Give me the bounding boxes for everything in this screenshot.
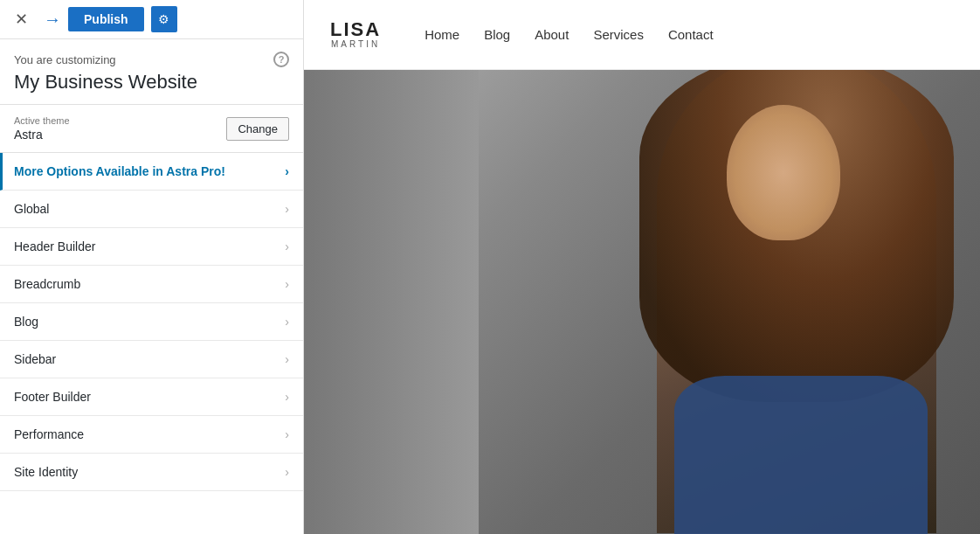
nav-link-home[interactable]: Home — [424, 27, 459, 42]
customizer-panel: ✕ → Publish ⚙ You are customizing ? My B… — [0, 0, 304, 534]
menu-item-label-footer-builder: Footer Builder — [14, 390, 91, 404]
logo-name: LISA — [330, 20, 381, 39]
menu-item-label-breadcrumb: Breadcrumb — [14, 277, 80, 291]
logo-subtitle: MARTIN — [331, 39, 380, 49]
nav-link-services[interactable]: Services — [593, 27, 644, 42]
chevron-right-icon: › — [285, 315, 289, 329]
menu-item-label-blog: Blog — [14, 315, 38, 329]
person-face — [727, 105, 840, 240]
menu-list: More Options Available in Astra Pro!›Glo… — [0, 153, 303, 534]
chevron-right-icon: › — [285, 164, 289, 178]
help-icon[interactable]: ? — [273, 52, 289, 67]
nav-link-about[interactable]: About — [535, 27, 569, 42]
nav-link-contact[interactable]: Contact — [668, 27, 714, 42]
chevron-right-icon: › — [285, 465, 289, 479]
menu-item-label-header-builder: Header Builder — [14, 239, 95, 253]
menu-item-label-global: Global — [14, 202, 49, 216]
chevron-right-icon: › — [285, 352, 289, 366]
menu-item-footer-builder[interactable]: Footer Builder› — [0, 378, 303, 416]
close-icon: ✕ — [15, 10, 28, 29]
change-theme-button[interactable]: Change — [226, 117, 289, 141]
settings-button[interactable]: ⚙ — [151, 6, 177, 32]
site-logo: LISA MARTIN — [330, 20, 381, 49]
preview-hero — [304, 70, 980, 534]
site-name: My Business Website — [14, 71, 289, 94]
menu-item-label-astra-pro: More Options Available in Astra Pro! — [14, 164, 225, 178]
chevron-right-icon: › — [285, 427, 289, 441]
menu-item-header-builder[interactable]: Header Builder› — [0, 228, 303, 266]
menu-item-performance[interactable]: Performance› — [0, 416, 303, 454]
menu-item-blog[interactable]: Blog› — [0, 303, 303, 341]
preview-nav: LISA MARTIN HomeBlogAboutServicesContact — [304, 0, 980, 70]
menu-item-site-identity[interactable]: Site Identity› — [0, 454, 303, 491]
gear-icon: ⚙ — [158, 12, 169, 26]
preview-navigation: HomeBlogAboutServicesContact — [424, 27, 713, 42]
menu-item-astra-pro[interactable]: More Options Available in Astra Pro!› — [0, 153, 303, 191]
chevron-right-icon: › — [285, 202, 289, 216]
customizing-section: You are customizing ? My Business Websit… — [0, 39, 303, 105]
close-button[interactable]: ✕ — [9, 7, 33, 31]
chevron-right-icon: › — [285, 390, 289, 404]
menu-item-global[interactable]: Global› — [0, 191, 303, 228]
chevron-right-icon: › — [285, 277, 289, 291]
top-bar: ✕ → Publish ⚙ — [0, 0, 303, 39]
hero-left-bg — [304, 70, 479, 534]
publish-button[interactable]: Publish — [68, 7, 144, 31]
nav-link-blog[interactable]: Blog — [484, 27, 510, 42]
person-shirt — [674, 376, 928, 534]
theme-label: Active theme — [14, 115, 70, 126]
menu-item-label-performance: Performance — [14, 427, 84, 441]
chevron-right-icon: › — [285, 239, 289, 253]
theme-name: Astra — [14, 128, 70, 142]
arrow-icon: → — [44, 10, 61, 30]
preview-panel: LISA MARTIN HomeBlogAboutServicesContact — [304, 0, 980, 534]
menu-item-label-site-identity: Site Identity — [14, 465, 78, 479]
menu-item-label-sidebar: Sidebar — [14, 352, 56, 366]
menu-item-breadcrumb[interactable]: Breadcrumb› — [0, 266, 303, 303]
theme-section: Active theme Astra Change — [0, 105, 303, 153]
menu-item-sidebar[interactable]: Sidebar› — [0, 341, 303, 378]
customizing-label: You are customizing — [14, 53, 116, 66]
